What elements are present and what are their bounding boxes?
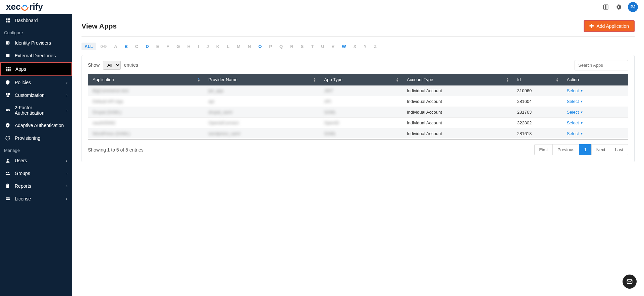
apps-grid-icon	[5, 66, 11, 72]
sidebar-section-manage: Manage	[0, 144, 72, 154]
cell-account: Individual Account	[402, 85, 513, 96]
page-last[interactable]: Last	[610, 144, 628, 155]
gear-icon[interactable]	[615, 4, 622, 10]
sidebar-item-provisioning[interactable]: Provisioning	[0, 132, 72, 144]
sidebar-item-customization[interactable]: Customization ›	[0, 89, 72, 102]
apps-card: Show All entries Application ▲▼	[82, 55, 635, 162]
alpha-V[interactable]: V	[329, 43, 338, 50]
alpha-E[interactable]: E	[153, 43, 162, 50]
alpha-R[interactable]: R	[287, 43, 296, 50]
chevron-right-icon: ›	[66, 197, 67, 201]
caret-down-icon: ▼	[580, 132, 583, 135]
alpha-A[interactable]: A	[111, 43, 120, 50]
clipboard-icon	[5, 183, 11, 189]
alpha-all[interactable]: ALL	[82, 43, 96, 50]
select-action[interactable]: Select ▼	[567, 110, 583, 115]
col-action: Action	[562, 74, 628, 85]
chevron-right-icon: ›	[66, 80, 67, 84]
alpha-I[interactable]: I	[195, 43, 202, 50]
docs-icon[interactable]	[602, 4, 609, 10]
alpha-L[interactable]: L	[224, 43, 232, 50]
select-action[interactable]: Select ▼	[567, 120, 583, 125]
sidebar-item-reports[interactable]: Reports ›	[0, 180, 72, 192]
sidebar-item-label: Identity Providers	[15, 40, 51, 46]
svg-text:123: 123	[7, 110, 9, 111]
table-info: Showing 1 to 5 of 5 entries	[88, 147, 144, 153]
svg-rect-7	[8, 43, 9, 44]
col-application[interactable]: Application ▲▼	[88, 74, 204, 85]
col-id[interactable]: Id ▲▼	[513, 74, 562, 85]
apps-table: Application ▲▼ Provider Name ▲▼ App Type…	[88, 74, 628, 139]
svg-rect-10	[6, 56, 10, 57]
select-action[interactable]: Select ▼	[567, 88, 583, 93]
brand-logo: xec rify	[6, 2, 43, 12]
col-provider[interactable]: Provider Name ▲▼	[204, 74, 319, 85]
page-current[interactable]: 1	[579, 144, 591, 155]
search-apps-input[interactable]	[575, 60, 628, 70]
cell-account: Individual Account	[402, 118, 513, 128]
alpha-B[interactable]: B	[121, 43, 130, 50]
sidebar-item-users[interactable]: Users ›	[0, 154, 72, 167]
cell-id: 281763	[513, 107, 562, 118]
sidebar-item-label: Reports	[15, 183, 31, 189]
sidebar-item-label: Customization	[15, 93, 45, 98]
alpha-X[interactable]: X	[351, 43, 360, 50]
sidebar-item-dashboard[interactable]: Dashboard	[0, 14, 72, 27]
alpha-G[interactable]: G	[173, 43, 183, 50]
alpha-T[interactable]: T	[308, 43, 317, 50]
alpha-0-9[interactable]: 0-9	[97, 43, 110, 50]
cell-application: BigCommerce test	[93, 88, 128, 93]
alpha-O[interactable]: O	[255, 43, 265, 50]
alpha-C[interactable]: C	[132, 43, 141, 50]
sidebar-item-policies[interactable]: Policies ›	[0, 76, 72, 89]
user-icon	[5, 158, 11, 164]
chevron-right-icon: ›	[66, 184, 67, 188]
plus-icon: ✚	[589, 23, 594, 29]
cell-apptype: API	[324, 99, 331, 104]
alpha-M[interactable]: M	[234, 43, 244, 50]
topbar: xec rify PJ	[0, 0, 644, 14]
alpha-Z[interactable]: Z	[371, 43, 380, 50]
user-avatar[interactable]: PJ	[628, 2, 638, 12]
alpha-J[interactable]: J	[203, 43, 212, 50]
alpha-Q[interactable]: Q	[276, 43, 286, 50]
alpha-Y[interactable]: Y	[361, 43, 370, 50]
col-accounttype[interactable]: Account Type ▲▼	[402, 74, 513, 85]
cell-id: 281618	[513, 128, 562, 139]
select-action[interactable]: Select ▼	[567, 131, 583, 136]
page-prev[interactable]: Previous	[552, 144, 580, 155]
caret-down-icon: ▼	[580, 111, 583, 114]
alpha-K[interactable]: K	[213, 43, 222, 50]
svg-point-24	[7, 159, 8, 161]
alpha-N[interactable]: N	[245, 43, 254, 50]
col-apptype[interactable]: App Type ▲▼	[319, 74, 402, 85]
sidebar-item-identity-providers[interactable]: Identity Providers	[0, 37, 72, 49]
svg-rect-13	[9, 67, 10, 68]
entries-select[interactable]: All	[103, 61, 121, 70]
sidebar-item-adaptive-auth[interactable]: Adaptive Authentication	[0, 119, 72, 132]
chevron-right-icon: ›	[66, 171, 67, 175]
sidebar-item-external-directories[interactable]: External Directories	[0, 49, 72, 62]
sidebar-item-license[interactable]: License ›	[0, 192, 72, 205]
page-first[interactable]: First	[534, 144, 553, 155]
sidebar-item-groups[interactable]: Groups ›	[0, 167, 72, 180]
sidebar-item-label: Apps	[15, 66, 26, 72]
add-application-button[interactable]: ✚ Add Application	[584, 20, 635, 32]
alpha-P[interactable]: P	[266, 43, 275, 50]
chat-fab[interactable]	[623, 275, 637, 289]
alpha-H[interactable]: H	[184, 43, 193, 50]
shield-icon	[5, 79, 11, 85]
alpha-U[interactable]: U	[318, 43, 327, 50]
sidebar-item-apps[interactable]: Apps	[0, 62, 72, 76]
sidebar-item-2fa[interactable]: 123 2-Factor Authentication ›	[0, 102, 72, 119]
sidebar-item-label: Groups	[15, 171, 30, 176]
alpha-W[interactable]: W	[339, 43, 349, 50]
alpha-F[interactable]: F	[163, 43, 172, 50]
chevron-right-icon: ›	[66, 108, 67, 112]
select-action[interactable]: Select ▼	[567, 99, 583, 104]
alpha-D[interactable]: D	[143, 43, 152, 50]
svg-rect-12	[8, 67, 9, 68]
alpha-S[interactable]: S	[298, 43, 307, 50]
page-next[interactable]: Next	[591, 144, 610, 155]
table-footer: Showing 1 to 5 of 5 entries First Previo…	[88, 144, 628, 155]
